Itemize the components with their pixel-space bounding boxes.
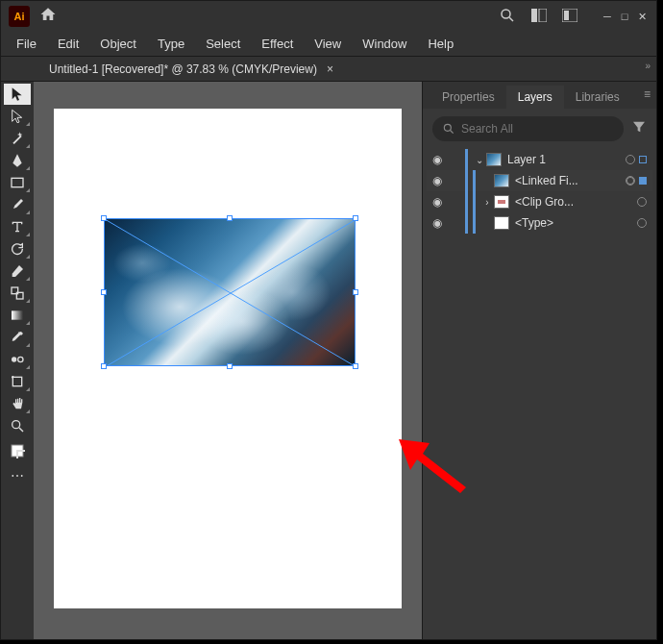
artboard-tool[interactable]: [4, 371, 31, 392]
menu-type[interactable]: Type: [148, 34, 194, 54]
expand-icon[interactable]: ›: [480, 197, 494, 208]
tab-close-icon[interactable]: ×: [327, 62, 333, 76]
handle-mid-right[interactable]: [353, 289, 358, 295]
target-icon[interactable]: [637, 218, 647, 228]
target-icon[interactable]: [637, 197, 647, 207]
handle-top-left[interactable]: [101, 215, 107, 221]
svg-rect-5: [564, 11, 569, 20]
menu-select[interactable]: Select: [196, 34, 250, 54]
svg-line-16: [19, 428, 23, 432]
paintbrush-tool[interactable]: [4, 194, 31, 215]
layer-row[interactable]: ◉ <Linked Fi...: [427, 170, 652, 191]
eraser-tool[interactable]: [4, 260, 31, 282]
menu-object[interactable]: Object: [90, 34, 146, 54]
blend-tool[interactable]: [4, 349, 31, 370]
app-logo: Ai: [9, 6, 30, 27]
layer-search-row: [423, 109, 656, 149]
svg-point-10: [12, 357, 16, 361]
minimize-button[interactable]: ─: [601, 10, 614, 23]
handle-bottom-right[interactable]: [353, 363, 358, 369]
document-tab[interactable]: Untitled-1 [Recovered]* @ 37.83 % (CMYK/…: [39, 59, 343, 80]
tab-layers[interactable]: Layers: [506, 86, 564, 109]
layer-row[interactable]: ◉ <Type>: [427, 212, 652, 234]
svg-point-11: [18, 357, 23, 361]
layer-name[interactable]: <Linked Fi...: [515, 174, 626, 187]
visibility-icon[interactable]: ◉: [427, 174, 448, 187]
visibility-icon[interactable]: ◉: [427, 153, 448, 166]
search-box[interactable]: [432, 116, 624, 141]
menu-help[interactable]: Help: [418, 34, 463, 54]
workspace-icon[interactable]: [531, 9, 547, 25]
document-title: Untitled-1 [Recovered]* @ 37.83 % (CMYK/…: [49, 62, 317, 76]
layer-row[interactable]: ◉ › <Clip Gro...: [427, 191, 652, 212]
layer-thumbnail: [486, 153, 502, 166]
handle-mid-left[interactable]: [101, 289, 107, 295]
visibility-icon[interactable]: ◉: [427, 216, 448, 230]
menu-window[interactable]: Window: [353, 34, 416, 54]
svg-rect-9: [12, 310, 23, 319]
rotate-tool[interactable]: [4, 238, 31, 260]
svg-point-21: [444, 124, 451, 131]
menu-file[interactable]: File: [7, 34, 46, 54]
placed-linked-image[interactable]: [104, 218, 356, 366]
home-icon[interactable]: [39, 6, 57, 27]
layer-row[interactable]: ◉ ⌄ Layer 1: [427, 149, 652, 170]
tab-properties[interactable]: Properties: [430, 86, 506, 109]
zoom-tool[interactable]: [4, 415, 31, 436]
main-body: ⋯: [1, 82, 656, 639]
layer-thumbnail: [494, 174, 509, 187]
handle-bottom-center[interactable]: [227, 363, 233, 369]
arrange-icon[interactable]: [562, 9, 577, 25]
svg-line-22: [451, 131, 454, 134]
hand-tool[interactable]: [4, 393, 31, 414]
edit-toolbar[interactable]: ⋯: [4, 465, 31, 486]
rectangle-tool[interactable]: [4, 172, 31, 193]
scale-tool[interactable]: [4, 283, 31, 304]
tab-libraries[interactable]: Libraries: [564, 86, 631, 109]
menu-edit[interactable]: Edit: [48, 34, 88, 54]
direct-selection-tool[interactable]: [4, 106, 31, 127]
menu-view[interactable]: View: [305, 34, 351, 54]
titlebar: Ai ─ □ ✕: [1, 1, 656, 32]
handle-top-center[interactable]: [227, 215, 233, 221]
layer-name[interactable]: <Clip Gro...: [515, 195, 637, 209]
selection-tool[interactable]: [4, 84, 31, 105]
handle-bottom-left[interactable]: [101, 363, 107, 369]
target-icon[interactable]: [626, 176, 635, 186]
menu-effect[interactable]: Effect: [252, 34, 303, 54]
search-icon[interactable]: [499, 7, 516, 27]
svg-point-0: [502, 10, 510, 18]
svg-line-1: [509, 17, 513, 21]
right-panels: Properties Layers Libraries ≡ ◉ ⌄ Laye: [422, 82, 656, 639]
magic-wand-tool[interactable]: [4, 128, 31, 149]
search-input[interactable]: [461, 122, 614, 136]
type-tool[interactable]: [4, 216, 31, 237]
document-tabbar: Untitled-1 [Recovered]* @ 37.83 % (CMYK/…: [1, 57, 656, 82]
select-indicator[interactable]: [639, 177, 647, 185]
gradient-tool[interactable]: [4, 305, 31, 326]
layer-name[interactable]: <Type>: [515, 216, 637, 230]
fill-stroke[interactable]: [4, 437, 31, 464]
canvas-area[interactable]: [34, 82, 422, 639]
target-icon[interactable]: [626, 155, 635, 164]
tabbar-chevron-icon[interactable]: »: [645, 61, 651, 71]
svg-point-15: [12, 421, 20, 429]
app-window: Ai ─ □ ✕ File Edit Object Type Select Ef…: [0, 0, 657, 640]
close-button[interactable]: ✕: [635, 10, 649, 23]
layer-name[interactable]: Layer 1: [507, 153, 626, 166]
maximize-button[interactable]: □: [618, 10, 631, 23]
artboard[interactable]: [54, 109, 402, 608]
expand-icon[interactable]: ⌄: [473, 155, 486, 165]
panel-menu-icon[interactable]: ≡: [644, 87, 651, 101]
select-indicator[interactable]: [639, 156, 647, 163]
eyedropper-tool[interactable]: [4, 327, 31, 348]
visibility-icon[interactable]: ◉: [427, 195, 448, 209]
layer-list: ◉ ⌄ Layer 1 ◉ <Linked Fi... ◉: [423, 149, 656, 234]
handle-top-right[interactable]: [353, 215, 358, 221]
toolbar: ⋯: [1, 82, 34, 639]
svg-rect-6: [12, 178, 23, 186]
filter-icon[interactable]: [631, 119, 647, 138]
svg-rect-12: [12, 377, 21, 385]
svg-rect-2: [531, 9, 537, 22]
pen-tool[interactable]: [4, 150, 31, 171]
